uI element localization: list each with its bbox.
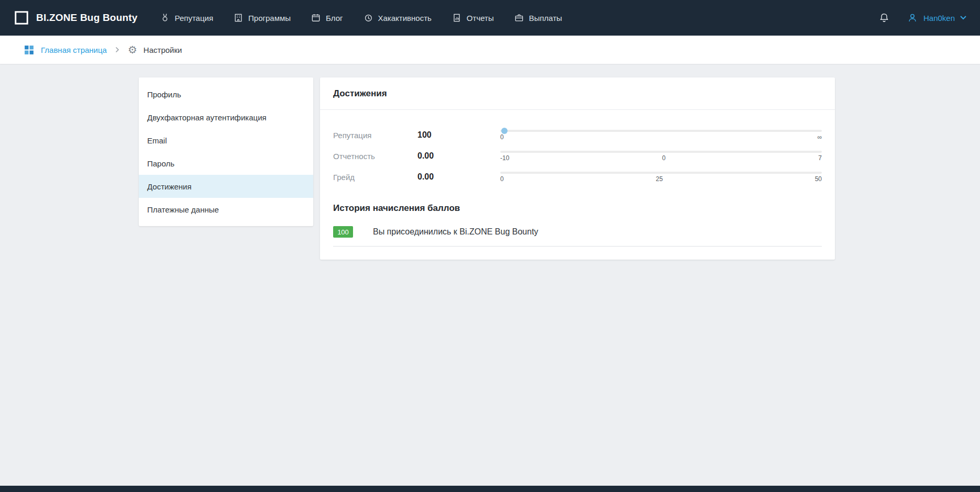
sidebar-item-label: Email [147, 136, 167, 145]
nav-item-blog[interactable]: Блог [311, 13, 343, 23]
reputation-icon [160, 13, 170, 23]
scale-min: 0 [500, 134, 504, 140]
metric-row-grade: Грейд 0.00 0 25 50 [333, 166, 822, 187]
payouts-icon [514, 13, 524, 23]
history-section-title: История начисления баллов [333, 203, 822, 214]
sidebar-item-payment-details[interactable]: Платежные данные [139, 198, 313, 221]
breadcrumb-separator-icon [115, 47, 119, 53]
nav-item-hackactivity[interactable]: Хакактивность [363, 13, 432, 23]
metric-value: 100 [417, 130, 500, 140]
history-entry: 100 Вы присоединились к Bi.ZONE Bug Boun… [333, 226, 822, 247]
logo-text: BI.ZONE Bug Bounty [36, 12, 138, 24]
sidebar-item-label: Профиль [147, 90, 181, 99]
nav-item-programs[interactable]: Программы [233, 13, 291, 23]
panel-title: Достижения [320, 77, 835, 110]
content-area: Профиль Двухфакторная аутентификация Ema… [0, 64, 980, 260]
chevron-down-icon [960, 16, 966, 20]
sidebar-item-label: Достижения [147, 182, 192, 191]
slider-handle [501, 128, 508, 134]
breadcrumb-home-link[interactable]: Главная страница [24, 44, 107, 55]
achievements-panel: Достижения Репутация 100 0 ∞ Отчетность [320, 77, 835, 260]
grade-slider: 0 25 50 [500, 172, 822, 182]
programs-icon [233, 13, 244, 23]
panel-body: Репутация 100 0 ∞ Отчетность 0.00 [320, 110, 835, 260]
sidebar-item-two-factor[interactable]: Двухфакторная аутентификация [139, 106, 313, 129]
nav-item-label: Выплаты [529, 14, 562, 23]
metric-label: Грейд [333, 173, 417, 182]
sidebar-item-label: Пароль [147, 159, 174, 168]
slider-track [500, 151, 822, 153]
nav-item-label: Блог [326, 14, 343, 23]
sidebar-item-password[interactable]: Пароль [139, 152, 313, 175]
metric-label: Отчетность [333, 152, 417, 161]
logo-icon [14, 10, 29, 26]
footer-strip [0, 486, 980, 492]
scale-max: 50 [815, 176, 822, 182]
scale-max: ∞ [817, 134, 822, 140]
top-navigation-bar: BI.ZONE Bug Bounty Репутация Программы Б… [0, 0, 980, 36]
points-badge: 100 [333, 226, 353, 238]
logo[interactable]: BI.ZONE Bug Bounty [14, 10, 138, 26]
settings-gear-icon: ⚙ [128, 44, 137, 55]
username: Han0ken [923, 14, 955, 23]
breadcrumb-current-label: Настройки [144, 46, 182, 54]
main-menu: Репутация Программы Блог Хакактивность [160, 13, 562, 23]
nav-item-label: Репутация [175, 14, 213, 23]
metric-label: Репутация [333, 131, 417, 140]
nav-item-label: Отчеты [467, 14, 494, 23]
reputation-slider: 0 ∞ [500, 130, 822, 140]
scale-mid: 25 [656, 176, 663, 182]
sidebar-item-email[interactable]: Email [139, 129, 313, 152]
nav-item-reputation[interactable]: Репутация [160, 13, 213, 23]
breadcrumb: Главная страница ⚙ Настройки [0, 36, 980, 64]
reports-icon [452, 13, 462, 23]
slider-track [500, 172, 822, 174]
history-entry-text: Вы присоединились к Bi.ZONE Bug Bounty [373, 227, 538, 237]
topnav-right: Han0ken [878, 12, 966, 24]
user-icon [907, 12, 918, 24]
breadcrumb-current: ⚙ Настройки [128, 44, 182, 55]
nav-item-reports[interactable]: Отчеты [452, 13, 494, 23]
slider-scale: -10 0 7 [500, 155, 822, 161]
scale-max: 7 [818, 155, 822, 161]
metric-value: 0.00 [417, 151, 500, 161]
scale-min: -10 [500, 155, 509, 161]
hackactivity-icon [363, 13, 373, 23]
sidebar-item-label: Платежные данные [147, 205, 219, 214]
blog-icon [311, 13, 321, 23]
nav-item-label: Хакактивность [378, 14, 432, 23]
sidebar-item-profile[interactable]: Профиль [139, 83, 313, 106]
slider-scale: 0 ∞ [500, 134, 822, 140]
sidebar-item-achievements[interactable]: Достижения [139, 175, 313, 198]
nav-item-payouts[interactable]: Выплаты [514, 13, 562, 23]
scale-min: 0 [500, 176, 504, 182]
metric-row-reporting: Отчетность 0.00 -10 0 7 [333, 146, 822, 166]
notifications-button[interactable] [878, 12, 890, 24]
home-grid-icon [24, 44, 35, 55]
sidebar-item-label: Двухфакторная аутентификация [147, 113, 267, 122]
nav-item-label: Программы [248, 14, 291, 23]
bell-icon [878, 12, 890, 24]
slider-scale: 0 25 50 [500, 176, 822, 182]
settings-sidebar: Профиль Двухфакторная аутентификация Ema… [139, 77, 313, 226]
slider-track [500, 130, 822, 132]
user-menu[interactable]: Han0ken [907, 12, 966, 24]
reporting-slider: -10 0 7 [500, 151, 822, 161]
metric-row-reputation: Репутация 100 0 ∞ [333, 125, 822, 146]
metric-value: 0.00 [417, 172, 500, 182]
breadcrumb-home-label: Главная страница [41, 46, 107, 54]
scale-mid: 0 [662, 155, 666, 161]
